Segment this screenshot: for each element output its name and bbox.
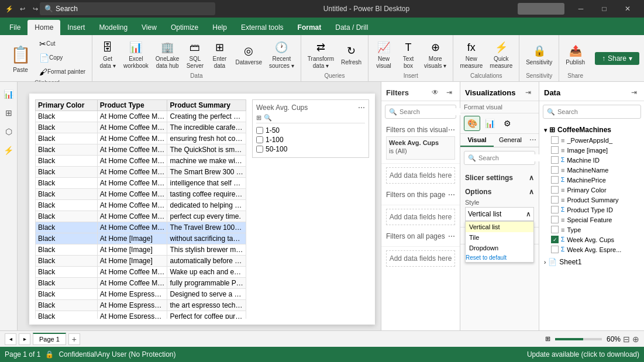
paste-button[interactable]: 📋 Paste — [6, 40, 35, 75]
cut-button[interactable]: ✂ Cut — [36, 37, 88, 50]
slicer-settings-title[interactable]: Slicer settings ∧ — [465, 172, 534, 184]
new-visual-button[interactable]: 📈 Newvisual — [372, 37, 395, 71]
quick-measure-button[interactable]: ⚡ Quickmeasure — [487, 37, 515, 71]
tree-field-item[interactable]: ≡Type — [539, 225, 644, 235]
sidebar-table-icon[interactable]: ⊞ — [1, 105, 16, 120]
filters-eye-icon[interactable]: 👁 — [429, 87, 441, 98]
sidebar-dax-icon[interactable]: ⚡ — [1, 143, 16, 158]
filters-expand-icon[interactable]: ⇥ — [443, 87, 455, 98]
style-dropdown[interactable]: Vertical list ∧ — [465, 207, 534, 221]
table-row[interactable]: Black At Home Espresso Machine Perfect f… — [36, 311, 246, 319]
publish-button[interactable]: 📤 Publish — [563, 41, 588, 68]
tree-field-checkbox[interactable] — [551, 226, 559, 233]
undo-icon[interactable]: ↩ — [18, 4, 27, 13]
zoom-in-icon[interactable]: ⊕ — [632, 335, 639, 344]
maximize-button[interactable]: □ — [593, 0, 616, 18]
tab-optimize[interactable]: Optimize — [164, 20, 205, 35]
filters-on-page-menu-icon[interactable]: ⋯ — [448, 191, 455, 199]
tree-field-item[interactable]: ΣMachinePrice — [539, 175, 644, 185]
zoom-out-icon[interactable]: ⊟ — [623, 335, 630, 344]
tree-field-checkbox[interactable] — [551, 196, 559, 204]
tree-field-checkbox[interactable] — [551, 146, 559, 154]
add-filter-page-button[interactable]: Add data fields here — [386, 209, 455, 225]
tree-table-coffee-machines[interactable]: ▾ ⊞ CoffeeMachines — [539, 125, 644, 135]
table-row[interactable]: Black At Home Coffee Makers perfect cup … — [36, 211, 246, 222]
dropdown-option-tile[interactable]: Tile — [466, 232, 533, 243]
table-row[interactable]: Black At Home Coffee Makers fully progra… — [36, 278, 246, 289]
text-box-button[interactable]: T Textbox — [397, 37, 420, 71]
table-row[interactable]: Black At Home Coffee Makers Wake up each… — [36, 267, 246, 278]
enter-data-button[interactable]: ⊞ Enterdata — [208, 37, 231, 71]
table-row[interactable]: Black At Home Coffee Makers machine we m… — [36, 156, 246, 167]
table-row[interactable]: Black At Home [Image] automatically befo… — [36, 256, 246, 267]
add-filter-all-button[interactable]: Add data fields here — [386, 250, 455, 267]
table-row[interactable]: Black At Home Coffee Makers The incredib… — [36, 122, 246, 133]
sidebar-model-icon[interactable]: ⬡ — [1, 124, 16, 139]
viz-expand-icon[interactable]: ⇥ — [522, 87, 534, 98]
slicer-checkbox-1-50[interactable] — [256, 127, 263, 134]
data-expand-icon[interactable]: ⇥ — [628, 87, 640, 98]
table-row[interactable]: Black At Home Espresso Machine the art e… — [36, 300, 246, 311]
tree-field-checkbox[interactable] — [551, 206, 559, 213]
tree-field-checkbox[interactable] — [551, 176, 559, 184]
tab-home[interactable]: Home — [27, 20, 60, 35]
table-row[interactable]: Black At Home Coffee Makers The QuickSho… — [36, 144, 246, 156]
dropdown-option-vertical[interactable]: Vertical list — [466, 222, 533, 232]
onelake-button[interactable]: 🏢 OneLakedata hub — [153, 37, 182, 71]
viz-format-paint-icon[interactable]: 🎨 — [464, 116, 480, 131]
slicer-checkbox-1-100[interactable] — [256, 136, 263, 143]
new-measure-button[interactable]: fx Newmeasure — [457, 37, 485, 71]
data-search-input[interactable] — [557, 108, 638, 115]
share-button[interactable]: ↑ Share ▾ — [595, 52, 639, 65]
tree-field-checkbox[interactable]: ✓ — [551, 236, 559, 243]
tab-format[interactable]: Format — [291, 20, 329, 35]
sensitivity-button[interactable]: 🔒 Sensitivity — [523, 41, 555, 68]
copy-button[interactable]: 📄 Copy — [36, 51, 88, 64]
table-row[interactable]: Black At Home Coffee Makers intelligence… — [36, 178, 246, 189]
slicer-item-1-50[interactable]: 1-50 — [256, 126, 365, 135]
tree-field-item[interactable]: ≡_PowerAppsId_ — [539, 135, 644, 145]
tree-field-checkbox[interactable] — [551, 246, 559, 253]
tab-view[interactable]: View — [135, 20, 164, 35]
table-row[interactable]: Black At Home Coffee Makers The Smart Br… — [36, 167, 246, 178]
slicer-checkbox-50-100[interactable] — [256, 146, 263, 153]
tree-field-item[interactable]: ΣWeek Avg. Espre... — [539, 244, 644, 254]
slicer-item-1-100[interactable]: 1-100 — [256, 135, 365, 144]
transform-data-button[interactable]: ⇄ Transformdata ▾ — [305, 37, 337, 71]
tree-field-item[interactable]: ≡Image [image] — [539, 145, 644, 155]
zoom-fit-icon[interactable]: ⊞ — [545, 335, 550, 343]
tree-field-checkbox[interactable] — [551, 186, 559, 194]
prev-page-button[interactable]: ◂ — [5, 333, 16, 345]
tab-external-tools[interactable]: External tools — [234, 20, 291, 35]
sidebar-report-icon[interactable]: 📊 — [1, 87, 16, 102]
sql-server-button[interactable]: 🗃 SQLServer — [183, 37, 206, 71]
dataverse-button[interactable]: ◎ Dataverse — [232, 41, 265, 68]
table-row[interactable]: Black At Home Coffee Makers tasting coff… — [36, 189, 246, 200]
more-visuals-button[interactable]: ⊕ Morevisuals ▾ — [421, 37, 449, 71]
viz-tab-visual[interactable]: Visual — [460, 134, 494, 147]
tab-help[interactable]: Help — [205, 20, 234, 35]
update-notice[interactable]: Update available (click to download) — [527, 350, 639, 358]
tab-file[interactable]: File — [2, 20, 27, 35]
title-search-box[interactable]: 🔍 Search — [40, 2, 215, 15]
tab-data-drill[interactable]: Data / Drill — [328, 20, 375, 35]
redo-icon[interactable]: ↪ — [30, 4, 40, 13]
viz-search-box[interactable]: 🔍 — [464, 151, 535, 165]
get-data-button[interactable]: 🗄 Getdata ▾ — [96, 37, 119, 71]
viz-format-settings-icon[interactable]: ⚙ — [499, 116, 515, 131]
filters-search-box[interactable]: 🔍 — [385, 105, 456, 119]
add-page-button[interactable]: + — [68, 333, 80, 345]
add-filter-visual-button[interactable]: Add data fields here — [386, 167, 455, 184]
tab-insert[interactable]: Insert — [60, 20, 92, 35]
excel-button[interactable]: 📊 Excelworkbook — [120, 37, 151, 71]
reset-to-default-button[interactable]: Reset to default — [466, 253, 533, 262]
data-search-box[interactable]: 🔍 — [543, 105, 641, 119]
dropdown-option-dropdown[interactable]: Dropdown — [466, 243, 533, 253]
slicer-menu-icon[interactable]: ⋯ — [358, 104, 365, 112]
tree-field-item[interactable]: ≡Product Summary — [539, 195, 644, 205]
table-row[interactable]: Black At Home Coffee Makers dedicated to… — [36, 200, 246, 211]
viz-tab-general[interactable]: General — [494, 134, 527, 147]
tree-sheet1[interactable]: › 📄 Sheet1 — [539, 257, 644, 267]
table-row[interactable]: Black At Home [Image] without sacrificin… — [36, 233, 246, 244]
canvas-area[interactable]: Primary Color Product Type Product Summa… — [18, 82, 381, 330]
